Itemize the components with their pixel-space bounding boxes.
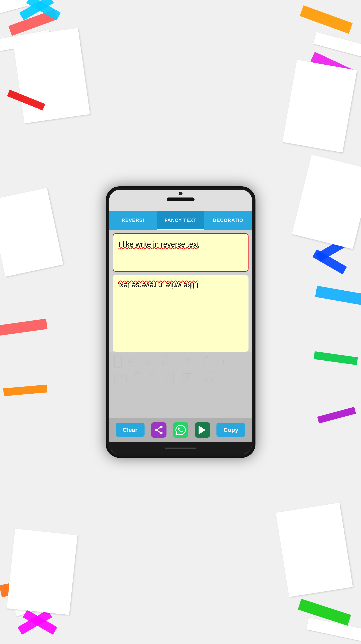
copy-button[interactable]: Copy <box>216 423 245 437</box>
bg-paper <box>0 188 63 277</box>
whatsapp-icon <box>175 425 186 435</box>
clear-button[interactable]: Clear <box>116 423 144 437</box>
tab-reversi-label: REVERSI <box>122 218 144 223</box>
main-area: I like write in reverse text I like writ… <box>109 230 252 418</box>
svg-rect-9 <box>223 361 225 364</box>
home-indicator <box>165 448 196 449</box>
tabs-bar: REVERSI FANCY TEXT DECORATIO <box>109 211 252 230</box>
svg-rect-14 <box>167 376 174 382</box>
bg-strip <box>314 351 358 365</box>
play-icon <box>197 425 208 435</box>
phone-bottom <box>109 442 252 454</box>
whatsapp-button[interactable] <box>173 422 188 438</box>
bg-paper <box>282 60 357 152</box>
svg-point-23 <box>160 432 162 434</box>
phone-wrapper: REVERSI FANCY TEXT DECORATIO I like writ… <box>106 186 255 458</box>
camera-dot <box>179 192 183 196</box>
app-content: REVERSI FANCY TEXT DECORATIO I like writ… <box>109 211 252 442</box>
svg-rect-10 <box>114 374 127 383</box>
share-icon <box>153 425 164 435</box>
speaker-bar <box>167 198 195 201</box>
doodle-bg <box>109 352 252 418</box>
bg-strip <box>317 407 356 424</box>
phone-top-bar <box>167 192 195 201</box>
bg-paper <box>276 503 353 597</box>
tab-fancy-text-label: FANCY TEXT <box>165 218 197 223</box>
svg-point-4 <box>161 355 168 366</box>
share-button[interactable] <box>151 422 166 438</box>
bg-strip <box>3 384 47 396</box>
input-text: I like write in reverse text <box>119 240 199 248</box>
svg-marker-3 <box>145 360 150 365</box>
bottom-toolbar: Clear <box>109 418 252 442</box>
svg-rect-0 <box>114 355 121 367</box>
tab-reversi[interactable]: REVERSI <box>109 211 157 230</box>
bg-strip <box>300 6 353 34</box>
bg-strip <box>315 286 361 305</box>
svg-line-25 <box>157 428 160 429</box>
svg-point-20 <box>210 378 213 380</box>
play-store-button[interactable] <box>195 422 210 438</box>
svg-point-19 <box>205 379 207 382</box>
tab-fancy-text[interactable]: FANCY TEXT <box>157 211 204 230</box>
svg-point-5 <box>185 358 190 363</box>
bg-paper <box>7 529 78 615</box>
svg-point-22 <box>155 428 157 431</box>
bg-paper <box>292 155 361 249</box>
svg-line-24 <box>157 430 160 432</box>
output-box: I like write in reverse text <box>113 275 248 352</box>
svg-point-11 <box>121 376 123 378</box>
svg-point-21 <box>160 426 162 428</box>
svg-point-17 <box>186 376 189 379</box>
svg-point-16 <box>185 375 190 380</box>
keyboard-area <box>109 352 252 418</box>
output-text: I like write in reverse text <box>118 280 198 290</box>
tab-decoration-label: DECORATIO <box>213 218 243 223</box>
svg-marker-2 <box>127 357 133 362</box>
svg-point-7 <box>204 357 209 364</box>
svg-marker-13 <box>150 372 155 377</box>
phone-screen: REVERSI FANCY TEXT DECORATIO I like writ… <box>109 190 252 454</box>
input-box[interactable]: I like write in reverse text <box>113 233 248 272</box>
bg-strip <box>0 318 48 336</box>
phone-frame: REVERSI FANCY TEXT DECORATIO I like writ… <box>106 186 255 458</box>
bg-paper <box>313 32 361 57</box>
svg-rect-8 <box>216 361 218 364</box>
bg-paper <box>12 28 90 123</box>
tab-decoration[interactable]: DECORATIO <box>204 211 252 230</box>
svg-point-6 <box>186 359 189 362</box>
